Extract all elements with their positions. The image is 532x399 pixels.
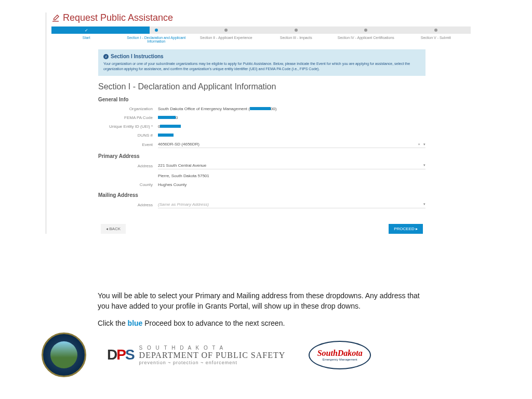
clear-icon[interactable]: × (418, 142, 420, 147)
row-organization: Organization South Dakota Office of Emer… (98, 107, 425, 111)
row-address: Address 221 South Central Avenue ▾ (98, 163, 425, 169)
event-value: 4656DR-SD (4656DR) (158, 142, 200, 147)
dps-logo-block: DPS S O U T H D A K O T A DEPARTMENT OF … (107, 345, 285, 365)
address-select[interactable]: 221 South Central Avenue ▾ (158, 163, 425, 169)
uei-value: 0 (158, 124, 425, 129)
dps-tag: prevention ~ protection ~ enforcement (139, 360, 286, 365)
step-label-1: Section I - Declaration and Applicant In… (122, 35, 192, 44)
help-text: You will be able to select your Primary … (98, 291, 430, 336)
mail-placeholder: (Same as Primary Address) (158, 202, 209, 207)
event-select[interactable]: 4656DR-SD (4656DR) ×▾ (158, 142, 425, 148)
chevron-down-icon[interactable]: ▾ (423, 142, 425, 146)
row-county: County Hughes County (98, 182, 425, 187)
instructions-title: i Section I Instructions (103, 54, 420, 59)
dps-sd: S O U T H D A K O T A (139, 345, 286, 351)
county-value: Hughes County (158, 182, 425, 187)
event-label: Event (98, 142, 158, 147)
oem-sub: Emergency Management (323, 358, 357, 361)
oem-script: SouthDakota (317, 349, 363, 358)
mail-addr-label: Address (98, 203, 158, 207)
help-p1: You will be able to select your Primary … (98, 291, 430, 311)
duns-value (158, 133, 425, 138)
back-button[interactable]: ◂ BACK (101, 224, 126, 234)
instructions-title-text: Section I Instructions (111, 54, 164, 59)
instructions-box: i Section I Instructions Your organizati… (98, 49, 425, 76)
edit-icon (51, 14, 60, 22)
row-event: Event 4656DR-SD (4656DR) ×▾ (98, 142, 425, 148)
chevron-down-icon[interactable]: ▾ (423, 202, 425, 206)
help-p2: Click the blue Proceed box to advance to… (98, 318, 430, 329)
step-label-4: Section IV - Applicant Certifications (331, 35, 401, 44)
step-label-2: Section II - Applicant Experience (191, 35, 261, 44)
row-pa-code: FEMA PA Code 0 (98, 115, 425, 120)
logo-row: DPS S O U T H D A K O T A DEPARTMENT OF … (42, 332, 374, 377)
org-label: Organization (98, 107, 158, 111)
info-icon: i (103, 54, 109, 59)
step-section2 (191, 26, 261, 34)
redacted (158, 116, 176, 119)
step-label-5: Section V - Submit (401, 35, 471, 44)
uei-label: Unique Entity ID (UEI) * (98, 124, 158, 129)
pa-label: FEMA PA Code (98, 115, 158, 120)
mailing-address-select[interactable]: (Same as Primary Address) ▾ (158, 202, 425, 208)
addr-value: 221 South Central Avenue (158, 163, 206, 168)
page-title: Request Public Assistance (51, 12, 471, 23)
redacted (158, 134, 174, 137)
dps-main: DEPARTMENT OF PUBLIC SAFETY (139, 351, 286, 360)
row-mailing-address: Address (Same as Primary Address) ▾ (98, 202, 425, 208)
redacted (160, 125, 181, 128)
oem-logo: SouthDakota Emergency Management (306, 337, 374, 373)
dps-text: S O U T H D A K O T A DEPARTMENT OF PUBL… (139, 345, 286, 365)
page-title-text: Request Public Assistance (63, 12, 173, 23)
step-label-0: Start (51, 35, 122, 44)
step-section5 (401, 26, 471, 34)
step-section3 (261, 26, 331, 34)
county-label: County (98, 182, 158, 187)
step-section1[interactable] (122, 26, 192, 34)
primary-address-heading: Primary Address (98, 153, 425, 159)
row-address-city: Pierre, South Dakota 57501 (98, 174, 425, 178)
app-frame: Request Public Assistance ✓ Start Sectio… (46, 12, 471, 234)
step-section4 (331, 26, 401, 34)
button-row: ◂ BACK PROCEED ▸ (98, 224, 425, 234)
proceed-button[interactable]: PROCEED ▸ (389, 224, 423, 234)
pa-value: 0 (158, 115, 425, 120)
dps-logo-mark: DPS (107, 347, 134, 363)
progress-bar: ✓ (51, 26, 471, 34)
duns-label: DUNS # (98, 133, 158, 138)
instructions-body: Your organization or one of your subordi… (103, 61, 420, 72)
addr-city: Pierre, South Dakota 57501 (158, 174, 425, 178)
row-uei: Unique Entity ID (UEI) * 0 (98, 124, 425, 129)
form-content: i Section I Instructions Your organizati… (51, 44, 425, 234)
step-start[interactable]: ✓ (51, 26, 122, 34)
general-info-heading: General Info (98, 97, 425, 102)
org-value: South Dakota Office of Emergency Managem… (158, 107, 425, 111)
chevron-down-icon[interactable]: ▾ (423, 163, 425, 167)
mailing-address-heading: Mailing Address (98, 192, 425, 198)
addr-label: Address (98, 164, 158, 168)
section-heading: Section I - Declaration and Applicant In… (98, 82, 425, 91)
progress-labels: Start Section I - Declaration and Applic… (51, 35, 471, 44)
row-duns: DUNS # (98, 133, 425, 138)
redacted (250, 107, 271, 110)
state-seal (42, 332, 86, 377)
step-label-3: Section III - Impacts (261, 35, 331, 44)
